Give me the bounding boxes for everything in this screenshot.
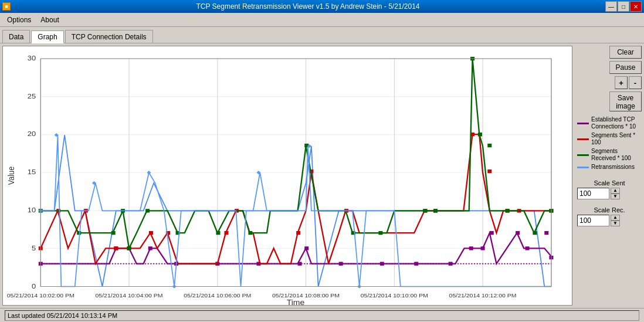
tab-graph[interactable]: Graph	[31, 30, 63, 43]
svg-text:05/21/2014 10:08:00 PM: 05/21/2014 10:08:00 PM	[272, 293, 340, 299]
legend-item-sent: Segments Sent * 100	[577, 132, 642, 146]
svg-rect-66	[487, 170, 492, 173]
tab-tcp-connection-details[interactable]: TCP Connection Details	[65, 30, 153, 43]
svg-text:05/21/2014 10:02:00 PM: 05/21/2014 10:02:00 PM	[7, 293, 74, 299]
svg-rect-82	[423, 209, 427, 212]
scale-rec-input[interactable]	[577, 215, 609, 226]
svg-text:5: 5	[32, 244, 36, 252]
svg-rect-78	[248, 231, 252, 235]
window-controls: — □ ✕	[605, 1, 642, 12]
menu-options[interactable]: Options	[2, 15, 36, 25]
svg-rect-75	[145, 209, 150, 212]
legend-item-retransmissions: Retransmissions	[577, 164, 642, 171]
svg-text:05/21/2014 10:10:00 PM: 05/21/2014 10:10:00 PM	[361, 293, 428, 299]
zoom-in-button[interactable]: +	[615, 76, 628, 89]
svg-text:30: 30	[28, 55, 36, 62]
svg-rect-86	[487, 144, 492, 147]
scale-sent-down[interactable]: ▼	[611, 194, 620, 199]
legend-line-sent	[577, 138, 589, 140]
svg-text:Time: Time	[287, 299, 305, 305]
svg-text:05/21/2014 10:04:00 PM: 05/21/2014 10:04:00 PM	[96, 293, 163, 299]
right-panel: Clear Pause + - Save image Established T…	[577, 46, 642, 306]
legend-item-received: Segments Received * 100	[577, 148, 642, 162]
svg-text:15: 15	[28, 168, 36, 176]
svg-text:Value: Value	[6, 167, 16, 185]
svg-rect-88	[533, 231, 537, 235]
svg-text:05/21/2014 10:12:00 PM: 05/21/2014 10:12:00 PM	[449, 293, 517, 299]
scale-sent-input-row: ▲ ▼	[577, 188, 642, 199]
svg-rect-41	[380, 262, 384, 266]
svg-rect-40	[339, 262, 343, 266]
main-content: Value 0 5 10 15 20 25 30	[0, 43, 644, 308]
legend-label-sent: Segments Sent * 100	[591, 132, 642, 146]
minimize-button[interactable]: —	[605, 1, 617, 12]
legend-label-received: Segments Received * 100	[591, 148, 642, 162]
svg-rect-49	[544, 231, 548, 235]
svg-rect-38	[298, 262, 302, 266]
scale-rec-spinner: ▲ ▼	[611, 215, 620, 226]
svg-rect-34	[148, 246, 152, 250]
svg-rect-87	[506, 209, 510, 212]
tab-data[interactable]: Data	[2, 30, 30, 43]
legend-line-received	[577, 154, 589, 156]
svg-rect-44	[469, 246, 473, 250]
legend-line-established	[577, 123, 589, 124]
window-title: TCP Segment Retransmission Viewer v1.5 b…	[11, 2, 605, 11]
scale-sent-up[interactable]: ▲	[611, 188, 620, 194]
scale-sent-input[interactable]	[577, 188, 609, 199]
scale-sent-label: Scale Sent	[577, 179, 642, 187]
svg-text:25: 25	[28, 93, 36, 100]
svg-rect-43	[449, 262, 453, 266]
scale-sent-spinner: ▲ ▼	[611, 188, 620, 199]
svg-rect-54	[114, 246, 118, 250]
maximize-button[interactable]: □	[618, 1, 629, 12]
svg-rect-72	[111, 231, 116, 235]
svg-rect-39	[304, 246, 309, 250]
svg-rect-45	[481, 246, 485, 250]
status-panel: Last updated 05/21/2014 10:13:14 PM	[5, 310, 639, 321]
svg-rect-48	[526, 246, 530, 250]
svg-text:20: 20	[28, 130, 36, 138]
svg-rect-42	[414, 262, 418, 266]
svg-rect-71	[77, 231, 81, 235]
svg-rect-57	[224, 231, 228, 235]
menu-about[interactable]: About	[36, 15, 63, 25]
svg-rect-47	[516, 231, 520, 235]
scale-sent-section: Scale Sent ▲ ▼	[577, 179, 642, 199]
svg-text:0: 0	[32, 282, 36, 290]
svg-text:10: 10	[28, 206, 36, 214]
scale-rec-down[interactable]: ▼	[611, 221, 620, 226]
svg-rect-74	[127, 246, 131, 250]
zoom-out-button[interactable]: -	[629, 76, 642, 89]
chart-svg: Value 0 5 10 15 20 25 30	[3, 46, 572, 305]
chart-area: Value 0 5 10 15 20 25 30	[2, 46, 572, 306]
tab-bar: Data Graph TCP Connection Details	[0, 27, 644, 43]
legend-line-retransmissions	[577, 167, 589, 168]
pause-button[interactable]: Pause	[609, 61, 642, 74]
app-icon: ■	[2, 2, 11, 11]
svg-rect-55	[149, 231, 153, 235]
scale-rec-section: Scale Rec. ▲ ▼	[577, 206, 642, 226]
save-image-button[interactable]: Save image	[609, 91, 642, 111]
svg-text:05/21/2014 10:06:00 PM: 05/21/2014 10:06:00 PM	[184, 293, 251, 299]
svg-rect-77	[216, 231, 220, 235]
status-bar: Last updated 05/21/2014 10:13:14 PM	[0, 308, 644, 322]
svg-rect-85	[478, 133, 482, 136]
close-button[interactable]: ✕	[630, 1, 642, 12]
legend-label-retransmissions: Retransmissions	[591, 164, 635, 171]
menu-bar: Options About	[0, 13, 644, 27]
chart-legend: Established TCP Connections * 10 Segment…	[577, 116, 642, 172]
scale-rec-input-row: ▲ ▼	[577, 215, 642, 226]
status-text: Last updated 05/21/2014 10:13:14 PM	[8, 312, 117, 319]
svg-rect-83	[433, 209, 438, 212]
svg-rect-59	[296, 231, 300, 235]
clear-button[interactable]: Clear	[609, 46, 642, 59]
legend-label-established: Established TCP Connections * 10	[591, 116, 642, 130]
svg-rect-81	[378, 231, 382, 235]
scale-rec-up[interactable]: ▲	[611, 215, 620, 221]
zoom-controls: + -	[615, 76, 642, 89]
scale-rec-label: Scale Rec.	[577, 206, 642, 213]
svg-rect-46	[490, 231, 494, 235]
title-bar: ■ TCP Segment Retransmission Viewer v1.5…	[0, 0, 644, 13]
legend-item-established: Established TCP Connections * 10	[577, 116, 642, 130]
